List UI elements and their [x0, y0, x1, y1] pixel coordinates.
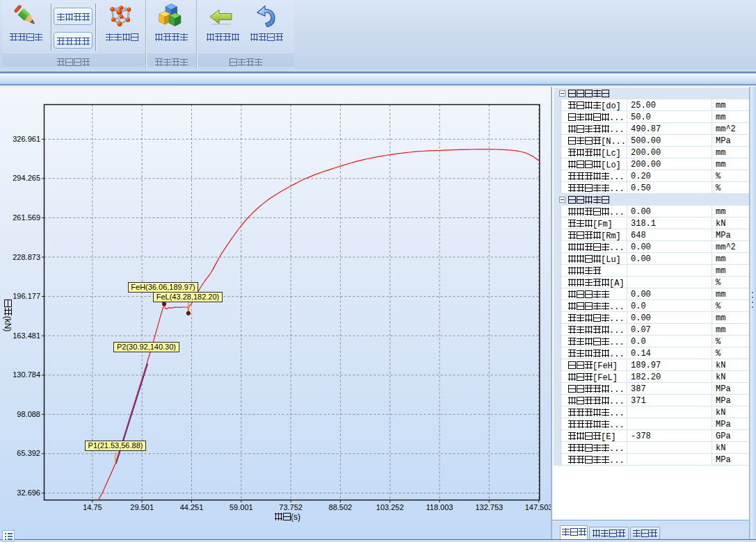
svg-text:29.501: 29.501: [130, 503, 154, 511]
svg-text:118.003: 118.003: [426, 503, 453, 511]
svg-text:294.265: 294.265: [13, 174, 40, 182]
svg-text:32.696: 32.696: [17, 488, 40, 497]
svg-text:228.873: 228.873: [13, 253, 40, 261]
svg-text:163.481: 163.481: [13, 331, 40, 340]
svg-text:88.502: 88.502: [329, 503, 353, 511]
svg-text:44.251: 44.251: [180, 503, 204, 511]
svg-text:65.392: 65.392: [17, 449, 40, 457]
svg-text:103.252: 103.252: [376, 503, 404, 511]
svg-text:147.503: 147.503: [525, 503, 552, 511]
svg-text:130.784: 130.784: [13, 370, 40, 379]
svg-text:132.753: 132.753: [475, 503, 503, 511]
svg-text:14.75: 14.75: [83, 503, 102, 511]
svg-text:326.961: 326.961: [13, 135, 40, 143]
svg-text:98.088: 98.088: [17, 410, 40, 418]
svg-text:59.001: 59.001: [230, 503, 253, 511]
svg-text:261.569: 261.569: [13, 213, 40, 222]
svg-text:73.752: 73.752: [279, 503, 303, 511]
svg-text:196.177: 196.177: [13, 292, 40, 300]
